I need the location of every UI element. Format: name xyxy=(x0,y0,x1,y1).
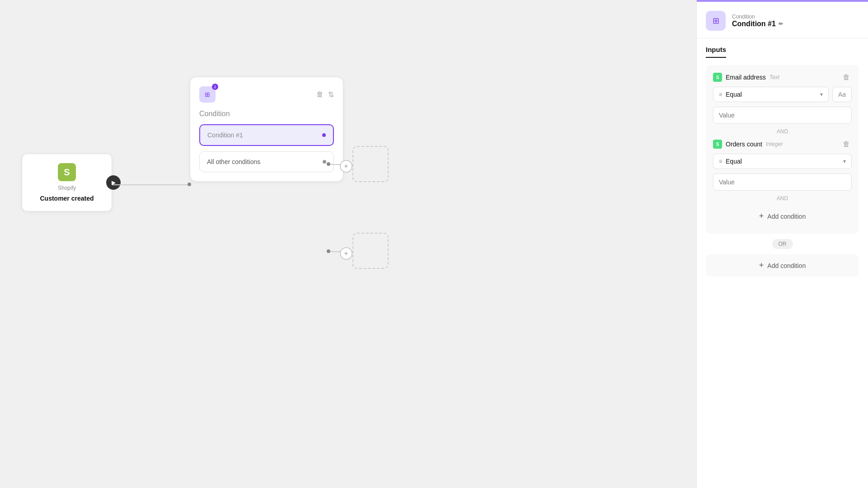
plus-icon-inner: + xyxy=(759,211,764,221)
panel-title-area: Condition Condition #1 ✏ xyxy=(732,14,783,28)
connector-dot-1 xyxy=(188,183,191,186)
operator-select-2[interactable]: ≡ Equal ▾ xyxy=(713,154,852,169)
panel-header-icon: ⊞ xyxy=(706,11,726,31)
right-panel: ⊞ Condition Condition #1 ✏ Inputs S Emai… xyxy=(696,0,868,488)
sort-node-button[interactable]: ⇅ xyxy=(328,90,334,99)
badge-count: 1 xyxy=(212,84,218,90)
condition-node-actions: 🗑 ⇅ xyxy=(316,90,334,99)
condition-1-header: S Email address Text 🗑 xyxy=(713,72,852,82)
add-branch-2-button[interactable]: + xyxy=(340,247,352,260)
condition-1-field-info: S Email address Text xyxy=(713,73,779,82)
play-button[interactable]: ▶ xyxy=(106,175,121,190)
condition-2-sub: S Orders count Integer 🗑 ≡ Equal ▾ xyxy=(713,139,852,226)
branch-dot-1 xyxy=(322,133,326,137)
add-branch-1-button[interactable]: + xyxy=(340,160,352,173)
equal-icon-1: ≡ xyxy=(719,91,722,98)
condition-node-title: Condition xyxy=(199,110,334,118)
connector-h2 xyxy=(330,164,341,165)
panel-title-name: Condition #1 ✏ xyxy=(732,20,783,28)
condition-2-field-info: S Orders count Integer xyxy=(713,140,783,149)
condition-node-icon: ⊞ 1 xyxy=(199,86,216,103)
edit-name-icon[interactable]: ✏ xyxy=(779,21,783,27)
and-separator-2: AND xyxy=(713,195,852,202)
other-conditions-branch[interactable]: All other conditions xyxy=(199,151,334,172)
inputs-label: Inputs xyxy=(706,46,726,58)
chevron-down-icon-1: ▾ xyxy=(820,91,823,98)
panel-header: ⊞ Condition Condition #1 ✏ xyxy=(697,2,868,38)
operator-select-1[interactable]: ≡ Equal ▾ xyxy=(713,87,829,102)
field-icon-1: S xyxy=(713,73,722,82)
field-name-1: Email address xyxy=(726,74,766,81)
connector-dot-3 xyxy=(327,249,330,253)
or-separator: OR xyxy=(706,239,859,249)
operator-select-2-inner: ≡ Equal xyxy=(719,158,742,165)
condition-node[interactable]: ⊞ 1 🗑 ⇅ Condition Condition #1 All other… xyxy=(190,77,343,182)
delete-node-button[interactable]: 🗑 xyxy=(316,90,324,99)
panel-node-name: Condition #1 xyxy=(732,20,776,28)
add-condition-inner-button[interactable]: + Add condition xyxy=(713,206,852,226)
plus-icon-outer: + xyxy=(759,261,764,270)
field-type-1: Text xyxy=(769,74,779,80)
shopify-node[interactable]: S Shopify Customer created ▶ xyxy=(22,154,112,211)
type-button-1[interactable]: Aa xyxy=(832,87,852,102)
add-condition-inner-label: Add condition xyxy=(767,213,806,220)
value-input-1[interactable] xyxy=(713,107,852,124)
operator-label-1: Equal xyxy=(726,91,742,98)
inputs-section: Inputs S Email address Text 🗑 ≡ Equal ▾ xyxy=(697,38,868,254)
delete-condition-1-button[interactable]: 🗑 xyxy=(841,72,852,82)
panel-title-label: Condition xyxy=(732,14,783,20)
and-separator-1: AND xyxy=(713,128,852,135)
condition-2-header: S Orders count Integer 🗑 xyxy=(713,139,852,149)
shopify-label: Shopify xyxy=(58,185,76,191)
shopify-logo-icon: S xyxy=(58,163,76,181)
operator-row-2: ≡ Equal ▾ xyxy=(713,154,852,169)
shopify-event: Customer created xyxy=(40,195,94,202)
field-type-2: Integer xyxy=(766,141,783,147)
branch-dot-2 xyxy=(323,160,326,164)
add-condition-outer-label: Add condition xyxy=(767,262,806,269)
condition-node-header: ⊞ 1 🗑 ⇅ xyxy=(199,86,334,103)
operator-label-2: Equal xyxy=(726,158,742,165)
connector-dot-2 xyxy=(327,162,330,166)
operator-select-1-inner: ≡ Equal xyxy=(719,91,742,98)
condition-branch-1-label: Condition #1 xyxy=(207,131,243,139)
canvas-area: S Shopify Customer created ▶ ⊞ 1 🗑 ⇅ Con… xyxy=(0,0,696,488)
delete-condition-2-button[interactable]: 🗑 xyxy=(841,139,852,149)
add-condition-outer-button[interactable]: + Add condition xyxy=(706,254,859,277)
field-icon-2: S xyxy=(713,140,722,149)
equal-icon-2: ≡ xyxy=(719,158,722,164)
empty-node-2[interactable] xyxy=(352,233,389,269)
condition-branch-1[interactable]: Condition #1 xyxy=(199,124,334,146)
field-name-2: Orders count xyxy=(726,141,762,148)
condition-group-1: S Email address Text 🗑 ≡ Equal ▾ Aa xyxy=(706,65,859,234)
connector-h1 xyxy=(112,184,190,185)
value-input-2[interactable] xyxy=(713,174,852,191)
operator-row-1: ≡ Equal ▾ Aa xyxy=(713,87,852,102)
chevron-down-icon-2: ▾ xyxy=(843,158,846,164)
or-badge: OR xyxy=(772,239,793,249)
other-conditions-label: All other conditions xyxy=(207,158,260,165)
connector-h3 xyxy=(330,251,341,252)
empty-node-1[interactable] xyxy=(352,146,389,182)
